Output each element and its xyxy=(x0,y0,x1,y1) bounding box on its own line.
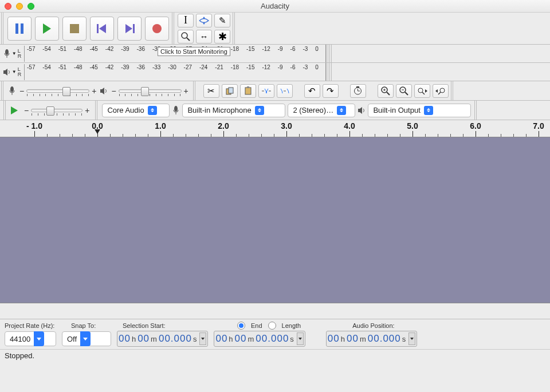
ruler-label: 7.0 xyxy=(533,121,544,130)
svg-marker-15 xyxy=(3,69,7,76)
svg-marker-6 xyxy=(125,24,132,33)
recording-meter[interactable]: ▼ LR -57-54-51-48-45-42-39-36-33-30-27-2… xyxy=(0,45,550,63)
playback-volume-slider[interactable]: − + xyxy=(111,86,188,96)
skip-end-button[interactable] xyxy=(117,17,142,41)
svg-rect-20 xyxy=(229,88,233,93)
draw-tool[interactable]: ✎ xyxy=(214,14,230,27)
selection-start-time[interactable]: 00h00m00.000s xyxy=(117,331,208,347)
selection-tool[interactable]: I xyxy=(178,14,194,27)
envelope-icon xyxy=(199,17,209,25)
fit-project-icon xyxy=(435,87,446,95)
microphone-icon xyxy=(3,49,11,58)
timeshift-icon: ↔ xyxy=(200,31,209,41)
audio-position-time[interactable]: 00h00m00.000s xyxy=(326,331,417,347)
redo-button[interactable]: ↷ xyxy=(323,84,339,98)
horizontal-scrollbar[interactable] xyxy=(0,303,550,319)
svg-point-41 xyxy=(174,106,178,112)
play-button[interactable] xyxy=(35,17,59,41)
svg-rect-21 xyxy=(245,88,251,94)
ruler-label: 1.0 xyxy=(155,121,166,130)
zoom-in-button[interactable] xyxy=(378,84,394,98)
recording-channels-select[interactable]: 2 (Stereo)… xyxy=(288,104,355,117)
svg-point-34 xyxy=(418,88,423,93)
pencil-icon: ✎ xyxy=(219,15,226,26)
svg-marker-43 xyxy=(358,107,362,114)
selection-start-label: Selection Start: xyxy=(123,322,231,329)
copy-button[interactable] xyxy=(222,84,238,98)
play-at-speed-icon[interactable] xyxy=(10,106,19,114)
timeshift-tool[interactable]: ↔ xyxy=(196,30,212,43)
cut-button[interactable]: ✂ xyxy=(203,84,219,98)
copy-icon xyxy=(226,87,234,95)
silence-button[interactable] xyxy=(277,84,293,98)
svg-rect-1 xyxy=(21,23,23,34)
selection-toolbar: Project Rate (Hz): Snap To: Selection St… xyxy=(0,319,550,349)
ruler-label: 2.0 xyxy=(218,121,229,130)
microphone-icon xyxy=(172,106,180,115)
ruler-label: 4.0 xyxy=(344,121,355,130)
playback-device-select[interactable]: Built-in Output xyxy=(368,104,471,117)
recording-device-select[interactable]: Built-in Microphone xyxy=(182,104,285,117)
status-bar: Stopped. xyxy=(0,349,550,362)
svg-marker-9 xyxy=(203,17,205,18)
audio-position-label: Audio Position: xyxy=(352,322,394,329)
svg-point-13 xyxy=(5,49,9,55)
skip-end-icon xyxy=(124,24,135,33)
speaker-icon xyxy=(3,68,11,76)
project-rate-select[interactable]: 44100 xyxy=(5,331,56,346)
timeline-ruler[interactable]: - 1.00.01.02.03.04.05.06.07.0 xyxy=(0,120,550,137)
ruler-label: 5.0 xyxy=(407,121,418,130)
svg-line-30 xyxy=(387,92,390,95)
fit-project-button[interactable] xyxy=(433,84,449,98)
envelope-tool[interactable] xyxy=(196,14,212,27)
svg-point-16 xyxy=(10,86,14,92)
sync-lock-button[interactable] xyxy=(350,84,366,98)
skip-start-icon xyxy=(97,24,107,33)
playhead-marker[interactable] xyxy=(95,129,100,134)
scissors-icon: ✂ xyxy=(207,86,215,96)
zoom-tool[interactable] xyxy=(178,30,194,43)
svg-line-33 xyxy=(405,92,408,95)
trim-button[interactable] xyxy=(258,84,274,98)
recording-volume-slider[interactable]: − + xyxy=(19,86,96,96)
record-icon xyxy=(152,23,162,34)
monitor-tooltip[interactable]: Click to Start Monitoring xyxy=(158,47,230,56)
multi-tool[interactable]: ✱ xyxy=(214,30,230,43)
snap-to-label: Snap To: xyxy=(71,322,117,329)
record-button[interactable] xyxy=(145,17,169,41)
playback-speed-slider[interactable]: − + xyxy=(24,106,89,115)
svg-rect-0 xyxy=(15,23,18,34)
svg-rect-3 xyxy=(70,24,79,33)
audio-host-select[interactable]: Core Audio xyxy=(102,104,170,117)
zoom-out-button[interactable] xyxy=(396,84,412,98)
snap-to-select[interactable]: Off xyxy=(62,331,111,346)
skip-start-button[interactable] xyxy=(90,17,114,41)
selection-end-time[interactable]: 00h00m00.000s xyxy=(214,331,305,347)
length-radio[interactable] xyxy=(268,322,276,330)
end-radio[interactable] xyxy=(237,322,245,330)
magnifier-icon xyxy=(181,32,190,41)
svg-rect-7 xyxy=(133,24,135,33)
track-area[interactable] xyxy=(0,137,550,303)
playback-meter[interactable]: ▼ LR -57-54-51-48-45-42-39-36-33-30-27-2… xyxy=(0,63,550,81)
stop-icon xyxy=(70,24,79,33)
svg-marker-18 xyxy=(100,88,104,94)
fit-selection-icon xyxy=(417,87,427,95)
ruler-label: 3.0 xyxy=(281,121,292,130)
speaker-icon xyxy=(100,87,108,95)
svg-point-8 xyxy=(152,24,162,33)
ruler-label: - 1.0 xyxy=(26,121,42,130)
end-label: End xyxy=(251,322,262,329)
pause-icon xyxy=(15,23,24,34)
paste-button[interactable] xyxy=(240,84,256,98)
asterisk-icon: ✱ xyxy=(218,30,227,43)
undo-button[interactable]: ↶ xyxy=(304,84,320,98)
microphone-icon xyxy=(8,86,16,96)
svg-line-12 xyxy=(187,38,190,41)
svg-marker-10 xyxy=(203,23,205,25)
zoom-in-icon xyxy=(381,86,390,96)
fit-selection-button[interactable] xyxy=(414,84,430,98)
stop-button[interactable] xyxy=(62,17,87,41)
svg-marker-36 xyxy=(425,89,427,93)
pause-button[interactable] xyxy=(7,17,32,41)
